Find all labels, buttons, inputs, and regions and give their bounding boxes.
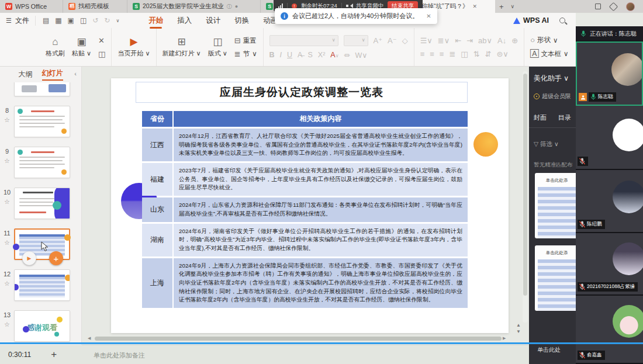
collapse-panel-icon[interactable]: ‹ (74, 70, 77, 77)
wps-ai-button[interactable]: WPS AI (513, 16, 549, 25)
slide-thumbnail-13[interactable]: 13☆感谢观看 (0, 310, 82, 342)
tab-wps-office[interactable]: W WPS Office (0, 0, 63, 13)
layout-button[interactable]: ◫ 版式 ∨ (208, 37, 227, 58)
restore-window-icon[interactable] (595, 4, 601, 9)
bullet-list-icon[interactable]: ☰∨ (420, 36, 433, 45)
scroll-left-icon[interactable]: ◀ (88, 336, 94, 341)
slide-thumbnail-10[interactable]: 10☆ (0, 188, 82, 219)
slide-thumbnail-8[interactable]: 8☆ (0, 106, 82, 137)
thumbnail-preview[interactable]: ▶+ (14, 228, 70, 260)
favorite-star-icon[interactable]: ☆ (4, 157, 10, 165)
slide-title[interactable]: 应届生身份认定政策调整一览表 (136, 82, 468, 103)
menu-tab[interactable]: 插入 (171, 14, 198, 27)
tab-list-chevron-icon[interactable]: ∨ (508, 0, 518, 13)
search-icon[interactable] (559, 18, 565, 23)
font-family-select[interactable] (269, 35, 338, 46)
text-direction-icon[interactable]: ab∨ (478, 36, 492, 45)
decrease-font-icon[interactable]: A⁻ (388, 36, 397, 45)
favorite-star-icon[interactable]: ☆ (4, 321, 10, 328)
smart-align-icon[interactable]: ⊜∨ (496, 50, 508, 58)
beautify-title[interactable]: 美化助手 ∨ (534, 74, 569, 84)
bold-button[interactable]: B (269, 51, 275, 59)
line-spacing-icon[interactable]: ⇅ (473, 50, 480, 58)
vertical-scrollbar[interactable] (523, 71, 528, 323)
menu-tab[interactable]: 切换 (229, 14, 255, 27)
participant-tile[interactable]: 陈志聪 (576, 41, 643, 106)
hamburger-icon[interactable]: ☰ (0, 17, 15, 25)
play-from-current-button[interactable]: ▶ 当页开始 ∨ (117, 37, 150, 58)
underline-button[interactable]: U (287, 51, 292, 59)
participant-tile[interactable]: 陈绍鹏 (576, 170, 643, 233)
para-spacing-icon[interactable]: ⇵ (485, 50, 492, 58)
print-preview-icon[interactable]: ◫ (80, 16, 87, 25)
increase-font-icon[interactable]: A⁺ (374, 36, 383, 45)
print-icon[interactable]: ▣ (68, 16, 74, 25)
play-slide-button[interactable]: ▶ (22, 251, 36, 265)
layout-suggestion-card[interactable]: 单击此处添 (535, 245, 576, 311)
shadow-button[interactable]: S (307, 51, 312, 59)
toast-close-icon[interactable]: ✕ (426, 13, 431, 19)
slide-nav-buttons[interactable]: ▲▼ (516, 323, 521, 334)
copy-icon[interactable]: ◫ (98, 50, 105, 58)
thumbnail-preview[interactable]: 感谢观看 (14, 310, 70, 342)
vertical-text-icon[interactable]: A↓ (497, 36, 506, 45)
workspace-icon[interactable] (609, 2, 618, 11)
textbox-button[interactable]: 🄰文本框 ∨ (530, 49, 568, 58)
italic-button[interactable]: I (280, 51, 282, 59)
participant-tile[interactable]: 202167021088占紫缘 (576, 233, 643, 296)
shapes-button[interactable]: ○形状 ∨ (530, 36, 568, 44)
align-right-icon[interactable]: ≡ (440, 50, 444, 58)
tab-bigdata-doc[interactable]: S 2025届大数据学院毕业生就业 ⓘ ● (127, 0, 261, 13)
save-icon[interactable]: ▤ (43, 16, 49, 25)
notes-divider-line[interactable] (0, 342, 643, 344)
toc-tab[interactable]: 目录 (558, 113, 571, 122)
notes-bar[interactable]: 单击此处添加备注 (82, 345, 529, 364)
align-left-icon[interactable]: ≡ (420, 50, 425, 58)
favorite-star-icon[interactable]: ☆ (4, 198, 10, 206)
more-chevron-icon[interactable]: ∨ (116, 18, 119, 23)
align-center-icon[interactable]: ≡ (430, 50, 434, 58)
tab-docer-template[interactable]: 稻 找稻壳模板 (63, 0, 127, 13)
slide-thumbnail-11[interactable]: 11☆▶+ (0, 228, 82, 260)
current-slide[interactable]: 应届生身份认定政策调整一览表 省份 相关政策内容 江西2024年12月，江西省教… (111, 78, 509, 333)
participant-tile[interactable] (576, 106, 643, 170)
columns-icon[interactable]: ◫ (461, 50, 468, 58)
increase-indent-icon[interactable]: ⇥ (466, 36, 473, 45)
convert-icon[interactable]: ⊕ (511, 36, 518, 45)
undo-icon[interactable]: ↺ (92, 16, 98, 25)
file-menu[interactable]: 文件 (15, 16, 36, 26)
favorite-star-icon[interactable]: ☆ (4, 239, 10, 247)
favorite-star-icon[interactable]: ☆ (4, 116, 10, 124)
layout-suggestion-card[interactable]: 单击此处添 (535, 173, 576, 238)
filter-button[interactable]: ▽ 筛选 ∨ (534, 140, 559, 148)
decrease-indent-icon[interactable]: ⇤ (455, 36, 461, 45)
paste-button[interactable]: ▣ 粘贴 ∨ (72, 37, 91, 58)
menu-tab[interactable]: 开始 (143, 14, 169, 27)
insert-slide-button[interactable]: + (49, 251, 63, 265)
slide-thumbnail-12[interactable]: 12☆ (0, 269, 82, 301)
redo-icon[interactable]: ↻ (104, 16, 110, 25)
favorite-star-icon[interactable]: ☆ (4, 280, 10, 287)
output-icon[interactable]: ▦ (55, 16, 61, 25)
horizontal-scrollbar[interactable]: ◀ ▶ (88, 336, 509, 341)
account-avatar[interactable] (626, 2, 635, 11)
new-slide-button[interactable]: ⊞ 新建幻灯片 ∨ (163, 37, 201, 58)
menu-tab[interactable]: 设计 (200, 14, 226, 27)
text-effect-button[interactable]: W∨ (355, 51, 368, 60)
policy-table[interactable]: 省份 相关政策内容 江西2024年12月，江西省教育厅、人社厅联合印发《关于做好… (142, 111, 468, 308)
participant-tile[interactable]: 俞嘉鑫 (576, 296, 643, 364)
thumbnail-preview[interactable] (14, 106, 70, 137)
cut-icon[interactable]: ✕ (98, 36, 105, 45)
scroll-right-icon[interactable]: ▶ (503, 336, 509, 341)
add-slide-button[interactable]: + (51, 349, 57, 360)
font-size-select[interactable] (344, 35, 368, 46)
justify-icon[interactable]: ≣ (449, 50, 455, 58)
slides-tab[interactable]: 幻灯片 (42, 68, 63, 81)
superscript-button[interactable]: X² (318, 51, 326, 59)
thumbnail-preview[interactable] (14, 147, 70, 178)
new-tab-button[interactable]: + (495, 0, 508, 13)
strike-button[interactable]: A̶ (298, 51, 302, 59)
section-button[interactable]: ≣节 ∨ (234, 50, 257, 58)
close-tab-icon[interactable]: ✕ (473, 4, 478, 9)
clear-format-icon[interactable]: ◇ (402, 36, 408, 45)
